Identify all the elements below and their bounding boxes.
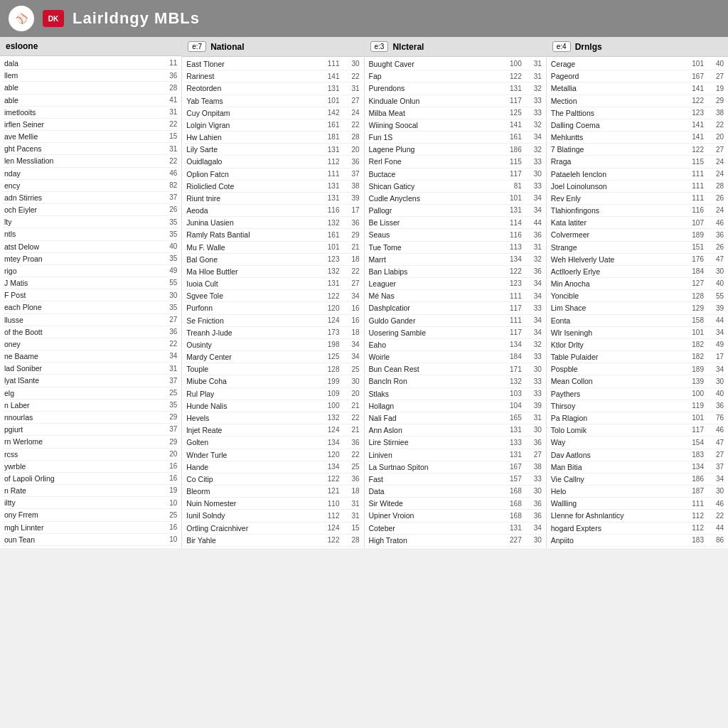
table-row: Colvermeer18936	[550, 229, 725, 241]
table-row: Lim Shace12939	[550, 302, 725, 314]
table-row: Hw Lahien18128	[185, 132, 360, 144]
row-name: Se Fniction	[186, 316, 319, 326]
row-name: La Surtnao Spiton	[369, 462, 502, 472]
row-num1: 122	[320, 474, 340, 484]
table-row: Sir Witede16836	[368, 498, 543, 510]
table-row: Mu F. Walle10121	[185, 242, 360, 254]
row-num1: 184	[684, 267, 704, 277]
row-num1: 165	[502, 413, 522, 423]
row-num2: 32	[522, 340, 542, 350]
row-num1: 131	[502, 205, 522, 215]
row-name: Rarinest	[186, 71, 319, 81]
row-num2: 15	[157, 132, 177, 141]
row-name: F Post	[4, 290, 137, 300]
row-name: Uosering Samble	[369, 328, 502, 338]
row-num1: 101	[502, 193, 522, 203]
table-row: Wlr Iseningh10134	[550, 327, 725, 339]
row-num2: 22	[340, 267, 360, 277]
row-name: Wiining Soocal	[369, 120, 502, 130]
row-name: oun Tean	[4, 535, 137, 545]
row-name: Reotorden	[186, 83, 319, 93]
row-name: Seaus	[369, 230, 502, 240]
row-num1: 111	[502, 291, 522, 301]
row-num1: 101	[320, 96, 340, 106]
table-row: Miube Coha19930	[185, 375, 360, 387]
table-row: Reotorden13131	[185, 82, 360, 95]
row-name: Table Pulaider	[551, 352, 684, 362]
row-num2: 44	[704, 316, 724, 326]
table-row: Mardy Center12534	[185, 351, 360, 363]
table-row: Marrt13432	[368, 254, 543, 266]
row-num2: 21	[340, 242, 360, 252]
table-row: Buctace11730	[368, 168, 543, 181]
table-row: Weh Hlelverly Uate17647	[550, 254, 725, 266]
row-num1: 129	[684, 304, 704, 314]
row-num2: 36	[704, 401, 724, 411]
row-name: Lily Sarte	[186, 144, 319, 154]
row-name: n Rate	[4, 486, 137, 496]
row-name: Buught Caver	[369, 59, 502, 69]
row-num2: 25	[340, 365, 360, 375]
row-name: The Palttions	[551, 108, 684, 118]
row-num1: 131	[320, 84, 340, 94]
row-num2: 16	[157, 523, 177, 532]
row-num2: 31	[522, 242, 542, 252]
row-name: llusse	[4, 315, 137, 325]
row-num2: 30	[522, 365, 542, 375]
row-name: Way	[551, 437, 684, 447]
col-body-col3: Buught Caver10031Fap12231Purendons13132K…	[365, 57, 546, 548]
row-name: Milba Meat	[369, 108, 502, 118]
row-num2: 31	[340, 511, 360, 521]
dk-logo: DK	[43, 10, 64, 27]
row-num1: 176	[684, 255, 704, 264]
row-name: Min Anocha	[551, 279, 684, 289]
table-row: Fast15733	[368, 473, 543, 486]
row-num2: 34	[522, 316, 542, 326]
table-row: lad Soniber31	[3, 363, 178, 375]
row-name: Iunil Solndy	[186, 510, 319, 520]
row-num2: 25	[157, 510, 177, 520]
row-name: len Messliation	[4, 156, 137, 166]
row-num1: 124	[320, 316, 340, 326]
row-num1: 122	[502, 267, 522, 277]
table-row: East Tloner11130	[185, 58, 360, 70]
row-name: of Lapoli Orling	[4, 473, 137, 483]
table-row: Tlahionfingons11624	[550, 205, 725, 217]
col-body-col2: East Tloner11130Rarinest14122Reotorden13…	[182, 57, 363, 548]
row-name: Hevels	[186, 413, 319, 423]
row-num2: 30	[522, 169, 542, 179]
row-num2: 19	[157, 486, 177, 496]
table-row: nnourlas29	[3, 412, 178, 424]
row-num2: 35	[157, 218, 177, 228]
row-num2: 34	[522, 291, 542, 301]
row-name: Strange	[551, 242, 684, 252]
row-name: Man Bitia	[551, 462, 684, 472]
row-num1: 134	[502, 340, 522, 350]
table-row: Leaguer12334	[368, 278, 543, 290]
table-row: Min Anocha12740	[550, 278, 725, 290]
table-row: Cerage10140	[550, 58, 725, 70]
row-name: Rraga	[551, 156, 684, 166]
row-num1: 173	[320, 328, 340, 338]
row-num2: 21	[340, 401, 360, 411]
row-num2: 31	[522, 59, 542, 69]
row-num2: 27	[704, 145, 724, 155]
row-num1: 125	[502, 108, 522, 118]
table-row: Actlloerly Erlye18430	[550, 266, 725, 278]
row-num2: 31	[157, 107, 177, 117]
table-row: Bancln Ron13233	[368, 375, 543, 387]
row-num2: 33	[522, 108, 542, 118]
row-num1: 227	[502, 535, 522, 545]
table-row: ne Baame34	[3, 350, 178, 363]
row-num1: 117	[502, 96, 522, 106]
row-name: Purendons	[369, 83, 502, 93]
row-name: Junina Uasien	[186, 218, 319, 228]
row-name: Hw Lahien	[186, 132, 319, 142]
row-num2: 55	[704, 291, 724, 301]
row-name: Sgvee Tole	[186, 291, 319, 301]
row-num1: 116	[684, 205, 704, 215]
row-num2: 28	[704, 181, 724, 191]
row-name: Ouidlagalo	[186, 156, 319, 166]
row-num2: 36	[340, 438, 360, 448]
row-num2: 31	[157, 364, 177, 374]
